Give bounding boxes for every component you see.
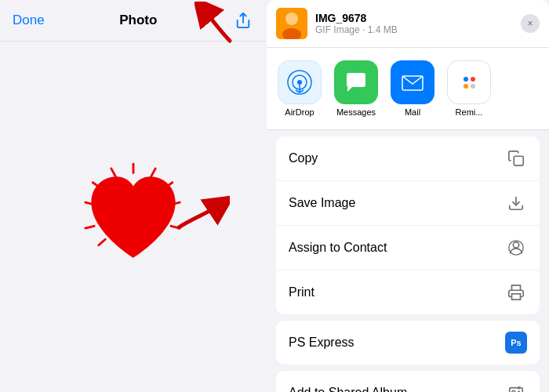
copy-icon xyxy=(505,147,527,169)
svg-rect-26 xyxy=(510,388,523,392)
action-group-3: Add to Shared Album xyxy=(276,371,540,392)
share-icons-row: AirDrop Messages Mail xyxy=(267,48,549,130)
print-label: Print xyxy=(289,285,314,299)
photo-nav: Done Photo xyxy=(0,0,267,42)
svg-line-2 xyxy=(151,168,156,176)
svg-point-23 xyxy=(513,242,518,248)
svg-line-10 xyxy=(99,239,105,245)
photo-panel: Done Photo xyxy=(0,0,267,392)
save-image-icon xyxy=(505,192,527,214)
action-print[interactable]: Print xyxy=(276,270,540,314)
ps-express-label: PS Express xyxy=(289,336,354,350)
share-header: IMG_9678 GIF Image · 1.4 MB × xyxy=(267,0,549,48)
messages-circle xyxy=(334,60,378,104)
svg-rect-21 xyxy=(514,156,523,165)
share-icon-mail[interactable]: Mail xyxy=(389,60,436,117)
add-shared-album-icon xyxy=(505,382,527,392)
print-icon xyxy=(505,281,527,303)
photo-title: Photo xyxy=(119,13,157,28)
action-ps-express[interactable]: PS Express Ps xyxy=(276,321,540,365)
photo-content xyxy=(0,42,267,392)
share-icon-reminders[interactable]: Remi... xyxy=(445,60,493,117)
share-icon-airdrop[interactable]: AirDrop xyxy=(276,60,323,117)
action-group-2: PS Express Ps xyxy=(276,321,540,365)
svg-rect-25 xyxy=(512,294,521,299)
save-image-label: Save Image xyxy=(289,196,355,210)
svg-point-16 xyxy=(297,80,302,85)
share-button[interactable] xyxy=(232,9,254,31)
share-file-info: IMG_9678 GIF Image · 1.4 MB xyxy=(315,12,513,35)
ps-logo: Ps xyxy=(505,332,527,354)
mail-circle xyxy=(391,60,434,104)
svg-line-5 xyxy=(171,226,180,228)
action-add-shared-album[interactable]: Add to Shared Album xyxy=(276,371,540,392)
share-panel: IMG_9678 GIF Image · 1.4 MB × AirDrop xyxy=(267,0,549,392)
action-list: Copy Save Image xyxy=(267,130,549,392)
mail-label: Mail xyxy=(405,107,420,117)
ps-express-icon: Ps xyxy=(505,332,527,354)
airdrop-label: AirDrop xyxy=(285,107,314,117)
share-file-name: IMG_9678 xyxy=(315,12,513,24)
airdrop-circle xyxy=(278,60,322,104)
share-close-button[interactable]: × xyxy=(521,14,540,33)
action-group-1: Copy Save Image xyxy=(276,136,540,314)
action-assign-contact[interactable]: Assign to Contact xyxy=(276,226,540,270)
svg-point-12 xyxy=(285,13,298,25)
share-file-type: GIF Image · 1.4 MB xyxy=(315,24,513,35)
share-thumbnail xyxy=(276,8,307,39)
heart-image xyxy=(71,154,196,280)
action-save-image[interactable]: Save Image xyxy=(276,181,540,226)
action-copy[interactable]: Copy xyxy=(276,136,540,181)
done-button[interactable]: Done xyxy=(13,13,45,28)
action-list-wrapper: Copy Save Image xyxy=(267,136,549,392)
reminders-label: Remi... xyxy=(456,107,483,117)
messages-label: Messages xyxy=(336,107,376,117)
svg-line-9 xyxy=(85,226,94,228)
svg-line-6 xyxy=(111,168,116,176)
assign-contact-icon xyxy=(505,237,527,259)
reminders-circle xyxy=(447,60,491,104)
assign-contact-label: Assign to Contact xyxy=(289,241,387,255)
add-shared-album-label: Add to Shared Album xyxy=(289,386,407,392)
share-icon-messages[interactable]: Messages xyxy=(333,60,380,117)
copy-label: Copy xyxy=(289,151,318,165)
